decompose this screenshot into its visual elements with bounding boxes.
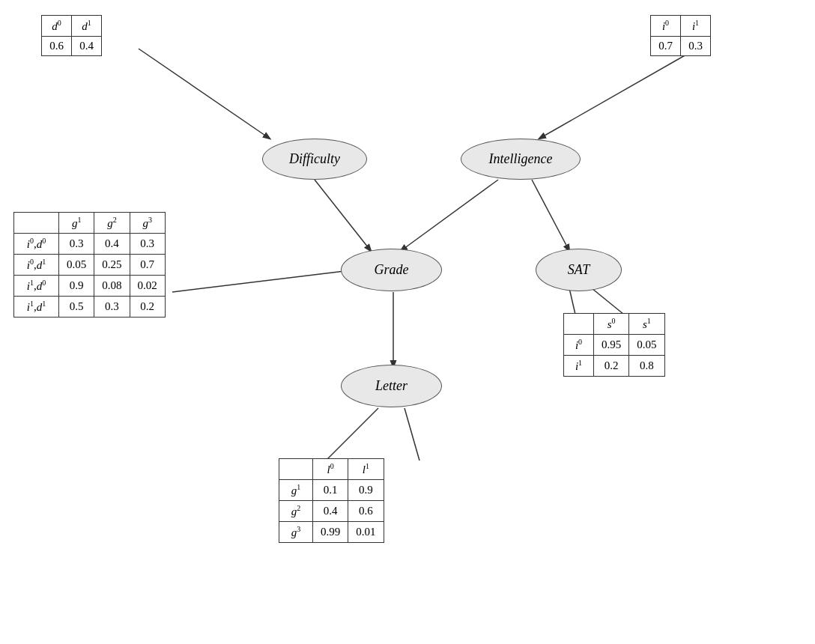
intelligence-col-i0: i0: [651, 16, 681, 37]
grade-row-i0d1: i0,d1: [14, 255, 59, 276]
grade-table: g1 g2 g3 i0,d0 0.3 0.4 0.3 i0,d1 0.05 0.…: [13, 212, 166, 318]
grade-val-i1d0-g2: 0.08: [94, 276, 130, 297]
letter-node: Letter: [341, 365, 442, 407]
letter-row-g1: g1: [279, 480, 313, 501]
sat-col-s1: s1: [629, 314, 664, 335]
svg-line-9: [326, 408, 378, 461]
sat-empty-header: [564, 314, 594, 335]
letter-table: l0 l1 g1 0.1 0.9 g2 0.4 0.6 g3 0.99 0.01: [279, 458, 384, 543]
grade-label: Grade: [375, 262, 409, 278]
svg-line-0: [139, 49, 270, 139]
letter-label: Letter: [375, 378, 408, 394]
sat-val-i1-s0: 0.2: [594, 356, 629, 377]
intelligence-table: i0 i1 0.7 0.3: [650, 15, 711, 56]
difficulty-node: Difficulty: [262, 139, 367, 180]
grade-val-i1d0-g3: 0.02: [130, 276, 165, 297]
sat-node: SAT: [536, 249, 622, 291]
difficulty-label: Difficulty: [289, 151, 340, 167]
letter-val-g2-l1: 0.6: [348, 501, 384, 522]
letter-row-g2: g2: [279, 501, 313, 522]
difficulty-table: d0 d1 0.6 0.4: [41, 15, 102, 56]
letter-col-l0: l0: [313, 459, 348, 480]
letter-empty-header: [279, 459, 313, 480]
intelligence-val-i1: 0.3: [681, 37, 711, 56]
grade-val-i1d1-g2: 0.3: [94, 297, 130, 318]
svg-line-3: [401, 180, 498, 251]
difficulty-val-d1: 0.4: [72, 37, 102, 56]
sat-row-i1: i1: [564, 356, 594, 377]
difficulty-col-d0: d0: [42, 16, 72, 37]
grade-empty-header: [14, 213, 59, 234]
letter-col-l1: l1: [348, 459, 384, 480]
sat-col-s0: s0: [594, 314, 629, 335]
grade-col-g2: g2: [94, 213, 130, 234]
grade-row-i0d0: i0,d0: [14, 234, 59, 255]
letter-val-g3-l0: 0.99: [313, 522, 348, 543]
sat-val-i0-s1: 0.05: [629, 335, 664, 356]
intelligence-col-i1: i1: [681, 16, 711, 37]
grade-node: Grade: [341, 249, 442, 291]
sat-label: SAT: [568, 262, 590, 278]
grade-val-i0d1-g3: 0.7: [130, 255, 165, 276]
connections-svg: [0, 0, 815, 644]
sat-table: s0 s1 i0 0.95 0.05 i1 0.2 0.8: [563, 313, 665, 377]
grade-row-i1d1: i1,d1: [14, 297, 59, 318]
grade-row-i1d0: i1,d0: [14, 276, 59, 297]
grade-val-i0d1-g2: 0.25: [94, 255, 130, 276]
difficulty-val-d0: 0.6: [42, 37, 72, 56]
sat-val-i1-s1: 0.8: [629, 356, 664, 377]
letter-val-g3-l1: 0.01: [348, 522, 384, 543]
intelligence-node: Intelligence: [461, 139, 581, 180]
sat-row-i0: i0: [564, 335, 594, 356]
letter-val-g1-l0: 0.1: [313, 480, 348, 501]
grade-val-i0d0-g1: 0.3: [59, 234, 94, 255]
letter-val-g2-l0: 0.4: [313, 501, 348, 522]
diagram-canvas: Difficulty Intelligence Grade SAT Letter…: [0, 0, 815, 644]
grade-val-i0d1-g1: 0.05: [59, 255, 94, 276]
intelligence-label: Intelligence: [489, 151, 553, 167]
difficulty-col-d1: d1: [72, 16, 102, 37]
grade-val-i0d0-g3: 0.3: [130, 234, 165, 255]
svg-line-4: [532, 180, 569, 251]
grade-val-i1d1-g1: 0.5: [59, 297, 94, 318]
grade-val-i0d0-g2: 0.4: [94, 234, 130, 255]
grade-col-g3: g3: [130, 213, 165, 234]
grade-val-i1d1-g3: 0.2: [130, 297, 165, 318]
svg-line-10: [405, 408, 419, 461]
letter-row-g3: g3: [279, 522, 313, 543]
svg-line-2: [315, 180, 371, 251]
intelligence-val-i0: 0.7: [651, 37, 681, 56]
grade-col-g1: g1: [59, 213, 94, 234]
grade-val-i1d0-g1: 0.9: [59, 276, 94, 297]
svg-line-6: [172, 271, 345, 292]
sat-val-i0-s0: 0.95: [594, 335, 629, 356]
svg-line-1: [539, 49, 697, 139]
letter-val-g1-l1: 0.9: [348, 480, 384, 501]
